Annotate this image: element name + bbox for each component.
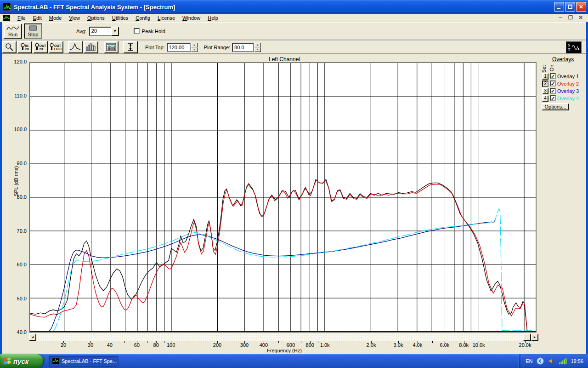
menu-license[interactable]: License <box>154 14 179 22</box>
overlay-row-2: 2✓Overlay 2 <box>542 80 579 87</box>
vertical-range-icon <box>127 42 134 52</box>
menu-view[interactable]: View <box>65 14 84 22</box>
avg-dropdown[interactable]: 20 ▼ <box>89 27 119 36</box>
overlay-row-3: 3✓Overlay 3 <box>542 87 579 94</box>
clock: 19:56 <box>571 358 583 364</box>
zoom-in-2x-button[interactable]: IN2X <box>17 41 32 53</box>
app-icon <box>52 358 59 364</box>
overlay-options-button[interactable]: Options... <box>542 103 569 110</box>
overlay-checkbox-4[interactable]: ✓ <box>550 95 556 101</box>
overlays-set-label: Set <box>541 65 547 73</box>
minimize-button[interactable] <box>554 2 564 12</box>
run-button[interactable]: Run <box>4 23 22 39</box>
scale-range-button[interactable] <box>123 41 138 53</box>
series-overlay-2 <box>30 180 527 331</box>
plot-top-spinner[interactable]: ▲▼ <box>191 43 198 52</box>
signal-generator-button[interactable]: ST <box>566 41 582 53</box>
frequency-scrollbar[interactable]: ◄ ► <box>29 334 538 341</box>
spectrum-view-button[interactable] <box>68 41 83 53</box>
start-label: пуск <box>13 357 28 365</box>
overlay-row-4: 4✓Overlay 4 <box>542 95 579 102</box>
x-tick-40: 40 <box>107 342 113 348</box>
overlay-checkbox-2[interactable]: ✓ <box>550 80 556 86</box>
chevron-down-icon[interactable]: ▼ <box>111 27 119 36</box>
overlays-on-label: On <box>549 65 554 72</box>
y-tick-60.0: 60.0 <box>8 262 27 267</box>
overlay-label-4: Overlay 4 <box>557 96 579 101</box>
zoom-out-full-button[interactable]: OUTFULL <box>49 41 63 53</box>
overlay-checkbox-3[interactable]: ✓ <box>550 88 556 94</box>
close-button[interactable]: ✕ <box>576 2 586 12</box>
bar-view-button[interactable] <box>84 41 98 53</box>
taskbar-item-spectralab[interactable]: SpectraLAB - FFT Spe... <box>49 356 119 367</box>
y-tick-80.0: 80.0 <box>8 194 27 200</box>
overlay-set-button-4[interactable]: 4 <box>542 95 548 102</box>
scrollbar-thumb[interactable] <box>523 334 531 341</box>
hide-icons-chevron-icon[interactable] <box>536 357 544 365</box>
x-tick-2.0k: 2.0k <box>367 342 376 348</box>
menu-config[interactable]: Config <box>132 14 154 22</box>
overlay-set-button-2[interactable]: 2 <box>542 80 548 87</box>
overlay-checkbox-1[interactable]: ✓ <box>550 73 556 79</box>
start-button[interactable]: пуск <box>0 354 43 368</box>
taskbar: пуск SpectraLAB - FFT Spe... EN 19:56 <box>0 354 588 368</box>
zoom-out-2x-button[interactable]: OUT2X <box>33 41 48 53</box>
overlay-label-3: Overlay 3 <box>557 88 579 94</box>
plot-top-input[interactable] <box>167 43 191 52</box>
mdi-window-controls: ─ ❐ ✕ <box>557 15 588 21</box>
volume-icon[interactable] <box>548 357 555 365</box>
menu-options[interactable]: Options <box>84 14 108 22</box>
overlay-label-2: Overlay 2 <box>557 81 579 86</box>
x-axis-title: Frequency (Hz) <box>2 348 567 353</box>
y-tick-50.0: 50.0 <box>8 296 27 301</box>
windows-logo-icon <box>4 357 11 365</box>
transport-toolbar: Run Stop Avg: 20 ▼ Peak Hold <box>0 22 588 40</box>
peak-hold-checkbox[interactable] <box>134 28 140 34</box>
x-tick-30: 30 <box>88 342 93 348</box>
x-tick-8.0k: 8.0k <box>459 342 469 348</box>
series-overlay-3 <box>49 220 495 331</box>
x-tick-800: 800 <box>306 342 314 348</box>
menu-window[interactable]: Window <box>179 14 204 22</box>
display-options-button[interactable] <box>104 41 119 53</box>
scroll-left-arrow[interactable]: ◄ <box>29 334 36 341</box>
scroll-right-arrow[interactable]: ► <box>531 334 538 341</box>
dialog-window-icon <box>106 43 116 52</box>
plot-area[interactable] <box>29 62 537 333</box>
language-indicator[interactable]: EN <box>526 358 532 364</box>
x-tick-300: 300 <box>240 342 249 348</box>
overlay-set-button-1[interactable]: 1 <box>542 73 548 80</box>
menu-file[interactable]: File <box>14 14 29 22</box>
stop-button[interactable]: Stop <box>24 23 42 39</box>
overlay-row-1: 1✓Overlay 1 <box>542 73 579 80</box>
x-tick-mark <box>472 341 472 343</box>
x-tick-mark <box>124 341 125 343</box>
x-tick-60: 60 <box>134 342 140 348</box>
overlay-label-1: Overlay 1 <box>557 74 579 79</box>
menu-mode[interactable]: Mode <box>45 14 66 22</box>
x-tick-mark <box>301 341 301 343</box>
mdi-close-button[interactable]: ✕ <box>577 15 584 21</box>
mdi-restore-button[interactable]: ❐ <box>567 15 574 21</box>
app-icon <box>3 3 11 11</box>
maximize-button[interactable] <box>565 2 575 12</box>
mdi-minimize-button[interactable]: ─ <box>557 15 564 21</box>
plot-range-spinner[interactable]: ▲▼ <box>254 43 261 52</box>
overlay-set-button-3[interactable]: 3 <box>542 88 548 94</box>
network-signal-icon[interactable] <box>559 357 567 365</box>
x-tick-mark <box>318 341 318 343</box>
menu-help[interactable]: Help <box>204 14 222 22</box>
menu-edit[interactable]: Edit <box>29 14 45 22</box>
plot-range-input[interactable] <box>232 43 254 52</box>
x-tick-mark <box>164 341 164 343</box>
svg-text:S: S <box>568 43 570 47</box>
x-tick-4.0k: 4.0k <box>413 342 422 348</box>
menu-utilities[interactable]: Utilities <box>108 14 132 22</box>
x-tick-100: 100 <box>167 342 175 348</box>
zoom-cursor-button[interactable] <box>2 41 17 53</box>
bar-chart-icon <box>86 43 96 52</box>
document-icon <box>3 15 10 21</box>
title-bar: SpectraLAB - FFT Spectral Analysis Syste… <box>0 0 588 14</box>
plot-toolbar: IN2X OUT2X OUTFULL Plot Top: ▲▼ Plot Ran… <box>0 40 588 54</box>
svg-text:T: T <box>568 48 571 52</box>
